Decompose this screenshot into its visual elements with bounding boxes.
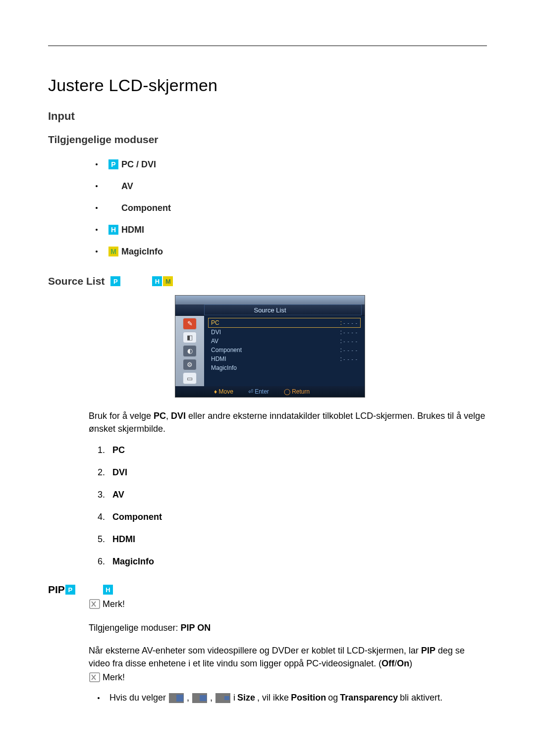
- source-numbered-list: 1.PC 2.DVI 3.AV 4.Component 5.HDMI 6.Mag…: [98, 445, 487, 567]
- osd-item-label: DVI: [211, 329, 221, 336]
- osd-row: DVI : - - - -: [208, 328, 361, 337]
- osd-item-value: - - - -: [343, 339, 358, 344]
- source-list-heading: Source List P H M: [48, 275, 487, 287]
- blank-mode-icon: [108, 181, 118, 191]
- note-text: Merk!: [103, 599, 125, 609]
- osd-sidebar: ✎ ◧ ◐ ⚙ ▭: [175, 316, 204, 386]
- bullet-icon: [96, 251, 98, 252]
- osd-footer: ♦ Move ⏎ Enter ◯ Return: [175, 386, 365, 397]
- osd-row: HDMI : - - - -: [208, 354, 361, 363]
- top-rule: [48, 46, 487, 46]
- input-heading: Input: [48, 110, 487, 123]
- mode-label: HDMI: [121, 225, 144, 235]
- size-option-icon: [169, 693, 184, 703]
- mode-label: AV: [121, 181, 133, 192]
- osd-screenshot: Source List ✎ ◧ ◐ ⚙ ▭ PC : - - - - DVI: [175, 295, 487, 398]
- osd-side-icon: ▭: [183, 372, 197, 384]
- size-note: Hvis du velger , , i Size, vil ikke Posi…: [98, 693, 487, 703]
- osd-item-label: MagicInfo: [211, 364, 237, 371]
- svg-rect-0: [90, 600, 100, 608]
- list-item: AV: [96, 175, 487, 197]
- osd-row: MagicInfo: [208, 363, 361, 372]
- svg-rect-1: [90, 673, 100, 682]
- size-option-icon: [215, 693, 230, 703]
- mode-label: PC / DVI: [121, 159, 156, 170]
- osd-item-label: AV: [211, 338, 218, 345]
- osd-item-label: HDMI: [211, 355, 226, 362]
- hdmi-mode-icon: H: [103, 585, 113, 595]
- bullet-icon: [96, 163, 98, 165]
- pip-heading: PIP P H: [48, 584, 487, 596]
- bullet-icon: [98, 697, 100, 699]
- magicinfo-mode-icon: M: [163, 276, 173, 286]
- pc-mode-icon: P: [108, 159, 118, 169]
- osd-item-value: - - - -: [343, 330, 358, 335]
- page-title: Justere LCD-skjermen: [48, 76, 487, 95]
- osd-row-selected: PC : - - - -: [208, 318, 361, 328]
- osd-side-icon: ✎: [183, 318, 197, 330]
- hdmi-mode-icon: H: [108, 225, 118, 235]
- osd-title: Source List: [175, 304, 365, 316]
- pc-mode-icon: P: [65, 585, 75, 595]
- list-item: 5.HDMI: [98, 534, 487, 545]
- osd-item-label: Component: [211, 347, 242, 353]
- source-description: Bruk for å velge PC, DVI eller andre eks…: [89, 409, 487, 435]
- pip-label: PIP: [48, 584, 65, 596]
- list-item: P PC / DVI: [96, 153, 487, 175]
- bullet-icon: [96, 207, 98, 209]
- pc-mode-icon: P: [110, 276, 120, 286]
- note-row: Merk!: [89, 598, 487, 610]
- osd-item-value: - - - -: [343, 348, 358, 353]
- note-row: Merk!: [89, 671, 487, 684]
- osd-foot-return: Return: [292, 388, 310, 395]
- mode-label: Component: [121, 203, 171, 213]
- list-item: 4.Component: [98, 512, 487, 522]
- available-modes-heading: Tilgjengelige moduser: [48, 134, 487, 146]
- magicinfo-mode-icon: M: [108, 247, 118, 256]
- osd-side-icon: ◐: [183, 345, 197, 357]
- osd-foot-move: Move: [218, 388, 233, 395]
- available-modes-list: P PC / DVI AV Component H HDMI M MagicIn…: [96, 153, 487, 262]
- bullet-icon: [96, 229, 98, 231]
- note-icon: [89, 671, 102, 684]
- blank-mode-icon: [108, 203, 118, 213]
- note-text: Merk!: [103, 672, 125, 683]
- osd-item-value: - - - -: [343, 356, 358, 362]
- osd-row: AV : - - - -: [208, 337, 361, 346]
- osd-side-icon: ◧: [183, 332, 197, 344]
- list-item: H HDMI: [96, 219, 487, 241]
- osd-item-value: - - - -: [343, 320, 358, 326]
- hdmi-mode-icon: H: [152, 276, 162, 286]
- source-list-label: Source List: [48, 275, 105, 287]
- list-item: 1.PC: [98, 445, 487, 455]
- note-icon: [89, 598, 102, 610]
- bullet-icon: [96, 185, 98, 187]
- osd-foot-enter: Enter: [255, 388, 269, 395]
- list-item: 3.AV: [98, 490, 487, 500]
- osd-item-label: PC: [211, 319, 219, 326]
- size-option-icon: [192, 693, 207, 703]
- osd-side-icon: ⚙: [183, 359, 197, 371]
- list-item: 6.MagicInfo: [98, 556, 487, 567]
- osd-list: PC : - - - - DVI : - - - - AV : - - - - …: [204, 316, 365, 386]
- pip-description: Når eksterne AV-enheter som videospiller…: [89, 644, 487, 670]
- list-item: M MagicInfo: [96, 241, 487, 262]
- list-item: Component: [96, 197, 487, 219]
- list-item: 2.DVI: [98, 467, 487, 478]
- mode-label: MagicInfo: [121, 247, 163, 257]
- pip-modes-text: Tilgjengelige moduser: PIP ON: [89, 621, 487, 634]
- osd-row: Component : - - - -: [208, 346, 361, 354]
